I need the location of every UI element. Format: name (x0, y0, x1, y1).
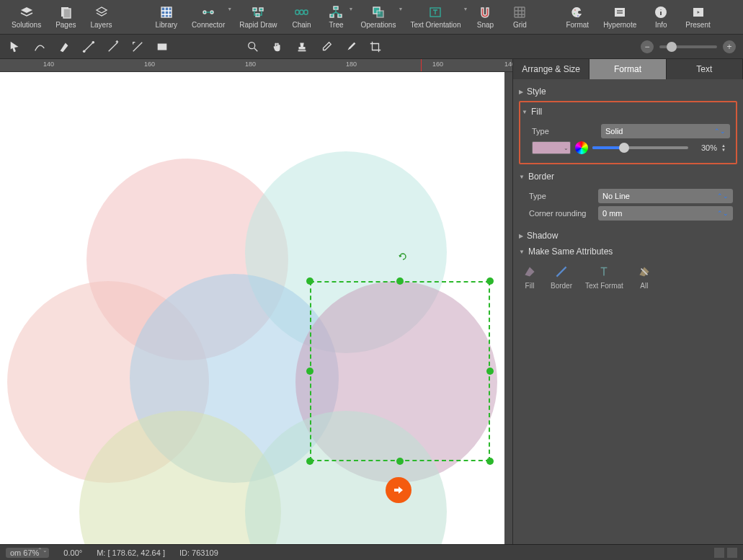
toolbar-present[interactable]: Present (678, 4, 717, 30)
horizontal-ruler[interactable]: 140160180180160140 (0, 59, 512, 72)
canvas[interactable] (0, 72, 504, 544)
resize-handle[interactable] (396, 458, 404, 465)
workspace: 140160180180160140 Arrange & Size Format… (0, 59, 743, 544)
stamp-tool[interactable] (294, 39, 310, 55)
resize-handle[interactable] (486, 458, 494, 465)
same-fill-button[interactable]: Fill (522, 264, 538, 290)
main-toolbar: SolutionsPagesLayersLibraryConnector▼Rap… (0, 0, 743, 35)
smart-connector-icon[interactable] (386, 477, 411, 503)
rotate-handle[interactable] (399, 252, 407, 261)
arrow-tool[interactable] (7, 39, 23, 55)
toolbar-layers[interactable]: Layers (84, 4, 120, 30)
toolbar-label: Solutions (12, 21, 41, 29)
zoom-out[interactable]: − (641, 40, 654, 53)
dropper-tool[interactable] (319, 39, 334, 55)
pen-tool[interactable] (56, 39, 72, 55)
ruler-tick: 160 (144, 61, 155, 68)
toolbar-hypernote[interactable]: Hypernote (596, 4, 644, 30)
svg-rect-11 (334, 6, 338, 9)
brush-tool[interactable] (343, 39, 359, 55)
same-attr-header[interactable]: ▼Make Same Attributes (519, 244, 737, 259)
fill-type-select[interactable]: Solid⌃⌄ (601, 124, 730, 138)
tab-text[interactable]: Text (667, 59, 743, 79)
svg-rect-20 (615, 8, 625, 17)
toolbar-rapid-draw[interactable]: Rapid Draw (232, 4, 284, 30)
rapid-icon (251, 5, 265, 19)
svg-rect-12 (330, 14, 334, 17)
opacity-stepper[interactable]: ▲▼ (721, 143, 730, 152)
fill-header[interactable]: ▼Fill (522, 104, 734, 120)
magnet-icon (478, 5, 492, 19)
toolbar-chain[interactable]: Chain (284, 4, 319, 30)
same-border-button[interactable]: Border (551, 264, 572, 290)
id-readout: ID: 763109 (179, 548, 218, 557)
svg-point-26 (249, 42, 255, 48)
connector-icon (201, 5, 215, 19)
crop-tool[interactable] (368, 39, 383, 55)
same-all-button[interactable]: All (636, 264, 652, 290)
status-icon-2[interactable] (727, 548, 737, 558)
rect-tool[interactable] (154, 39, 170, 55)
status-icon-1[interactable] (714, 548, 724, 558)
corner-label: Corner rounding (529, 209, 594, 218)
toolbar-info[interactable]: Info (644, 4, 678, 30)
toolbar-text-orientation[interactable]: Text Orientation▼ (403, 4, 468, 30)
toolbar-operations[interactable]: Operations▼ (353, 4, 403, 30)
section-style[interactable]: ▶Style (519, 84, 737, 99)
edit-tool[interactable] (130, 39, 146, 55)
toolbar-connector[interactable]: Connector▼ (184, 4, 232, 30)
tree-icon (329, 5, 343, 19)
svg-rect-1 (63, 9, 71, 18)
toolbar-tree[interactable]: Tree▼ (319, 4, 353, 30)
svg-rect-7 (256, 14, 259, 17)
toolbar-snap[interactable]: Snap (468, 4, 502, 30)
toolbar-label: Snap (477, 21, 494, 29)
svg-rect-2 (161, 7, 172, 17)
toolbar-format[interactable]: Format (559, 4, 596, 30)
toolbar-pages[interactable]: Pages (48, 4, 83, 30)
color-wheel-icon[interactable] (575, 141, 588, 154)
ops-icon (371, 5, 386, 19)
tab-format[interactable]: Format (589, 59, 666, 79)
border-header[interactable]: ▼Border (519, 169, 737, 185)
canvas-viewport[interactable] (0, 72, 512, 544)
toolbar-solutions[interactable]: Solutions (4, 4, 48, 30)
toolbar-label: Tree (329, 21, 343, 29)
zoom-in[interactable]: + (723, 40, 736, 53)
canvas-area: 140160180180160140 (0, 59, 512, 544)
selection-bounds[interactable] (310, 281, 490, 461)
resize-handle[interactable] (486, 368, 494, 375)
zoom-slider[interactable]: − + (641, 40, 736, 53)
toolbar-library[interactable]: Library (148, 4, 185, 30)
tab-arrange[interactable]: Arrange & Size (513, 59, 589, 79)
resize-handle[interactable] (306, 458, 313, 465)
zoom-dropdown[interactable]: om 67% (6, 548, 49, 558)
svg-point-4 (210, 11, 213, 14)
guide-line[interactable] (421, 59, 422, 71)
same-attr-label: Make Same Attributes (528, 246, 613, 257)
opacity-slider[interactable] (592, 146, 688, 149)
resize-handle[interactable] (306, 368, 313, 375)
toolbar-grid[interactable]: Grid (502, 4, 537, 30)
info-icon (654, 5, 668, 19)
border-type-select[interactable]: No Line⌃⌄ (598, 189, 733, 203)
svg-rect-5 (253, 8, 257, 11)
resize-handle[interactable] (396, 277, 404, 285)
search-tool[interactable] (245, 39, 261, 55)
resize-handle[interactable] (486, 277, 494, 285)
toolbar-label: Grid (513, 21, 527, 29)
toolbar-label: Pages (55, 21, 76, 29)
line-tool[interactable] (81, 39, 97, 55)
toolbar-label: Text Orientation (410, 21, 461, 29)
toolbar-label: Chain (292, 21, 311, 29)
corner-rounding-select[interactable]: 0 mm⌃⌄ (598, 206, 733, 221)
toolbar-label: Rapid Draw (239, 21, 277, 29)
curve-tool[interactable] (32, 39, 48, 55)
toolbar-label: Layers (91, 21, 112, 29)
shadow-header[interactable]: ▶Shadow (519, 228, 737, 244)
add-point-tool[interactable] (105, 39, 121, 55)
fill-color-swatch[interactable]: ⌄ (532, 141, 571, 154)
hand-tool[interactable] (270, 39, 285, 55)
same-text-button[interactable]: Text Format (585, 264, 623, 290)
resize-handle[interactable] (306, 277, 313, 285)
